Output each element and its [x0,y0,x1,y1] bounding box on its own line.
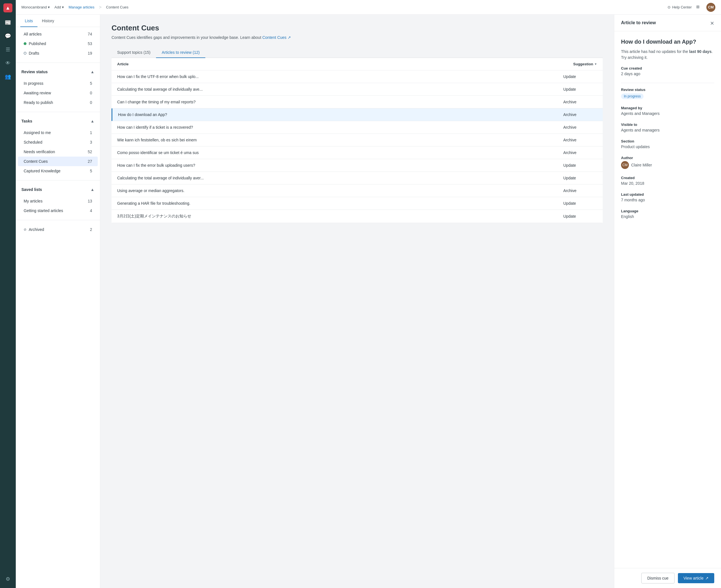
col-header-suggestion[interactable]: Suggestion ▼ [573,62,597,66]
sidebar-icon-eye[interactable]: 👁 [2,58,14,69]
sidebar-icon-settings[interactable]: ⚙ [2,573,14,585]
right-panel-title: Article to review [621,20,656,25]
drafts-dot [24,52,26,55]
sidebar-icon-people[interactable]: 👥 [2,71,14,82]
published-count: 53 [88,41,92,46]
list-item-needs-verification[interactable]: Needs verification 52 [18,147,98,156]
articles-table: Article Suggestion ▼ How can I fix the U… [111,58,603,223]
all-articles-section: All articles 74 Published 53 Drafts 19 [16,27,100,60]
sort-icon: ▼ [594,63,597,66]
list-item-archived[interactable]: ⊘ Archived 2 [18,225,98,234]
app-logo[interactable]: ▲ [3,3,13,13]
section-meta: Section Product updates [621,139,714,149]
visible-to-value: Agents and managers [621,128,714,132]
sidebar-bottom: ⚙ [2,573,14,585]
content-cues-link[interactable]: Content Cues ↗ [262,35,291,40]
app-sidebar: ▲ 📰 💬 ☰ 👁 👥 ⚙ [0,0,16,588]
close-button[interactable]: ✕ [710,20,714,26]
table-row[interactable]: Using average or median aggregators. Arc… [111,185,603,197]
nav-right: ⊙ Help Center ⊞ CM [667,3,715,12]
nav-manage-articles[interactable]: Manage articles [68,5,94,9]
last-updated-label: Last updated [621,192,714,196]
saved-lists-header: Saved lists ▲ [16,183,100,194]
table-row[interactable]: Wie kann ich feststellen, ob es sich bei… [111,134,603,146]
archived-section: ⊘ Archived 2 [16,223,100,236]
list-item-all-articles[interactable]: All articles 74 [18,29,98,39]
help-center-link[interactable]: ⊙ Help Center [667,5,692,9]
review-status-header: Review status ▲ [16,65,100,76]
list-item-captured-knowledge[interactable]: Captured Knowledge 5 [18,166,98,176]
all-articles-count: 74 [88,32,92,36]
saved-lists-toggle[interactable]: ▲ [90,187,94,192]
settings-icon: ⚙ [6,576,10,582]
list-item-awaiting-review[interactable]: Awaiting review 0 [18,88,98,98]
list-item-published[interactable]: Published 53 [18,39,98,48]
list-item-ready-to-publish[interactable]: Ready to publish 0 [18,98,98,107]
list-item-drafts[interactable]: Drafts 19 [18,48,98,58]
table-row[interactable]: Calculating the total average of individ… [111,83,603,96]
sidebar-icon-chat[interactable]: 💬 [2,30,14,42]
table-row[interactable]: 3月2日(土)定期メインテナンスのお知らせ Update [111,210,603,223]
chat-icon: 💬 [5,33,11,39]
list-item-getting-started[interactable]: Getting started articles 4 [18,206,98,215]
main-container: Monocambrand ▾ Add ▾ Manage articles > C… [16,0,721,588]
main-content: Content Cues Content Cues identifies gap… [100,15,614,588]
col-header-article: Article [117,62,573,66]
review-status-toggle[interactable]: ▲ [90,69,94,74]
tasks-toggle[interactable]: ▲ [90,119,94,123]
user-avatar[interactable]: CM [706,3,715,12]
list-item-my-articles[interactable]: My articles 13 [18,196,98,206]
review-status-label: Review status [621,88,714,92]
right-panel: Article to review ✕ How do I download an… [614,15,721,588]
help-icon: ⊙ [667,5,671,9]
language-value: English [621,214,714,219]
table-row[interactable]: How can I identify if a ticket is a reco… [111,121,603,134]
right-panel-header: Article to review ✕ [614,15,721,31]
table-row[interactable]: How can I fix the UTF-8 error when bulk … [111,70,603,83]
managed-by-value: Agents and Managers [621,111,714,116]
tab-support-topics[interactable]: Support topics (15) [111,47,156,58]
table-row[interactable]: How can I fix the error bulk uploading u… [111,159,603,172]
status-badge: In progress [621,93,643,99]
sidebar-icon-book[interactable]: 📰 [2,17,14,28]
list-item-scheduled[interactable]: Scheduled 3 [18,138,98,147]
nav-add[interactable]: Add ▾ [55,5,64,9]
list-item-in-progress[interactable]: In progress 5 [18,79,98,88]
section-value: Product updates [621,145,714,149]
author-meta: Author CM Claire Miller [621,156,714,169]
meta-divider-1 [621,83,714,83]
nav-separator: > [99,5,101,10]
created-label: Created [621,176,714,180]
tab-articles-to-review[interactable]: Articles to review (12) [156,47,205,58]
table-row-selected[interactable]: How do I download an App? Archive [111,108,603,121]
add-label: Add [55,5,61,9]
dismiss-cue-button[interactable]: Dismiss cue [641,573,674,584]
grid-icon[interactable]: ⊞ [696,4,702,10]
table-row[interactable]: Generating a HAR file for troubleshootin… [111,197,603,210]
brand-chevron: ▾ [48,5,50,9]
all-articles-label: All articles [24,32,88,36]
last-updated-meta: Last updated 7 months ago [621,192,714,202]
table-header: Article Suggestion ▼ [111,58,603,70]
list-item-assigned-to-me[interactable]: Assigned to me 1 [18,128,98,138]
view-article-button[interactable]: View article ↗ [678,573,714,583]
right-panel-body: How do I download an App? This article h… [614,31,721,568]
sidebar-icon-list[interactable]: ☰ [2,44,14,55]
logo-icon: ▲ [5,5,10,11]
review-status-section: In progress 5 Awaiting review 0 Ready to… [16,76,100,109]
table-row[interactable]: Como posso identificar se um ticket é um… [111,146,603,159]
list-item-content-cues[interactable]: Content Cues 27 [18,156,98,166]
eye-icon: 👁 [5,60,10,66]
nav-brand[interactable]: Monocambrand ▾ [21,5,50,9]
created-meta: Created Mar 20, 2018 [621,176,714,186]
tasks-header: Tasks ▲ [16,114,100,126]
tab-lists[interactable]: Lists [20,15,38,27]
tab-history[interactable]: History [38,15,59,27]
last-updated-value: 7 months ago [621,198,714,202]
author-row: CM Claire Miller [621,161,714,169]
tasks-section: Assigned to me 1 Scheduled 3 Needs verif… [16,126,100,178]
table-row[interactable]: Can I change the timing of my email repo… [111,96,603,108]
table-row[interactable]: Calculating the total average of individ… [111,172,603,185]
page-subtitle: Content Cues identifies gaps and improve… [111,35,603,41]
language-label: Language [621,209,714,213]
